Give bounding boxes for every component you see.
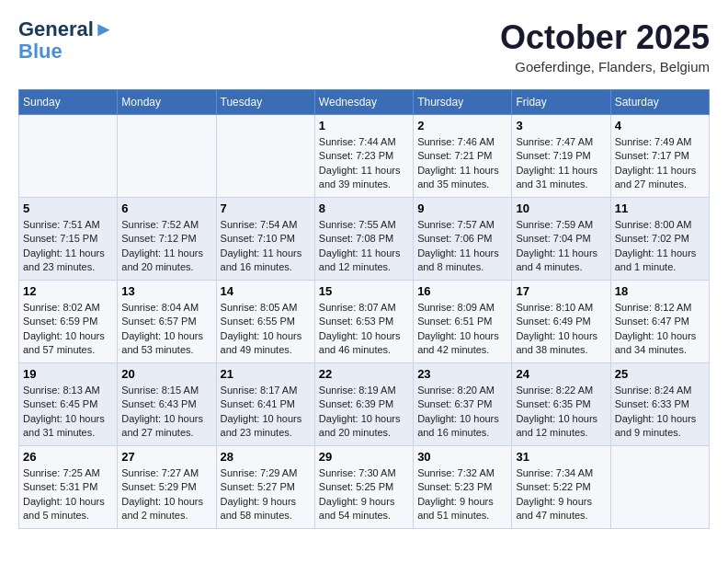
day-content: Sunrise: 8:13 AMSunset: 6:45 PMDaylight:…	[23, 384, 113, 441]
day-number: 5	[23, 201, 113, 215]
calendar-cell: 23Sunrise: 8:20 AMSunset: 6:37 PMDayligh…	[414, 363, 512, 446]
header-wednesday: Wednesday	[314, 90, 413, 115]
calendar-cell: 29Sunrise: 7:30 AMSunset: 5:25 PMDayligh…	[314, 446, 413, 529]
header-thursday: Thursday	[414, 90, 512, 115]
calendar-cell: 31Sunrise: 7:34 AMSunset: 5:22 PMDayligh…	[512, 446, 610, 529]
day-number: 25	[615, 367, 705, 381]
calendar-week-4: 19Sunrise: 8:13 AMSunset: 6:45 PMDayligh…	[19, 363, 710, 446]
day-number: 7	[221, 201, 311, 215]
day-content: Sunrise: 8:05 AMSunset: 6:55 PMDaylight:…	[221, 301, 311, 358]
day-content: Sunrise: 7:44 AMSunset: 7:23 PMDaylight:…	[319, 135, 409, 192]
calendar-cell: 11Sunrise: 8:00 AMSunset: 7:02 PMDayligh…	[610, 198, 709, 281]
logo-text: General►	[18, 18, 114, 40]
day-content: Sunrise: 8:19 AMSunset: 6:39 PMDaylight:…	[319, 384, 409, 441]
calendar-week-5: 26Sunrise: 7:25 AMSunset: 5:31 PMDayligh…	[19, 446, 710, 529]
day-number: 23	[417, 367, 507, 381]
calendar-cell: 24Sunrise: 8:22 AMSunset: 6:35 PMDayligh…	[512, 363, 610, 446]
calendar-cell: 2Sunrise: 7:46 AMSunset: 7:21 PMDaylight…	[414, 115, 512, 198]
calendar-cell: 17Sunrise: 8:10 AMSunset: 6:49 PMDayligh…	[512, 281, 610, 363]
calendar-cell: 13Sunrise: 8:04 AMSunset: 6:57 PMDayligh…	[118, 281, 216, 363]
day-number: 2	[417, 119, 507, 132]
day-content: Sunrise: 7:55 AMSunset: 7:08 PMDaylight:…	[319, 218, 409, 275]
day-content: Sunrise: 8:15 AMSunset: 6:43 PMDaylight:…	[121, 384, 211, 441]
day-number: 30	[417, 450, 507, 464]
day-number: 9	[417, 201, 507, 215]
day-content: Sunrise: 7:49 AMSunset: 7:17 PMDaylight:…	[615, 135, 705, 192]
day-content: Sunrise: 8:20 AMSunset: 6:37 PMDaylight:…	[417, 384, 507, 441]
calendar-cell: 1Sunrise: 7:44 AMSunset: 7:23 PMDaylight…	[314, 115, 413, 198]
day-content: Sunrise: 8:02 AMSunset: 6:59 PMDaylight:…	[23, 301, 113, 358]
calendar-cell: 22Sunrise: 8:19 AMSunset: 6:39 PMDayligh…	[314, 363, 413, 446]
calendar-cell	[118, 115, 216, 198]
calendar-cell: 8Sunrise: 7:55 AMSunset: 7:08 PMDaylight…	[314, 198, 413, 281]
header-saturday: Saturday	[610, 90, 709, 115]
day-number: 18	[615, 284, 705, 298]
calendar-cell: 28Sunrise: 7:29 AMSunset: 5:27 PMDayligh…	[216, 446, 314, 529]
day-number: 26	[23, 450, 113, 464]
day-number: 13	[121, 284, 211, 298]
calendar-cell: 27Sunrise: 7:27 AMSunset: 5:29 PMDayligh…	[118, 446, 216, 529]
day-content: Sunrise: 8:10 AMSunset: 6:49 PMDaylight:…	[516, 301, 606, 358]
day-content: Sunrise: 8:12 AMSunset: 6:47 PMDaylight:…	[615, 301, 705, 358]
day-number: 16	[417, 284, 507, 298]
day-number: 31	[516, 450, 606, 464]
calendar-cell: 18Sunrise: 8:12 AMSunset: 6:47 PMDayligh…	[610, 281, 709, 363]
calendar-cell: 10Sunrise: 7:59 AMSunset: 7:04 PMDayligh…	[512, 198, 610, 281]
day-content: Sunrise: 7:25 AMSunset: 5:31 PMDaylight:…	[23, 466, 113, 523]
calendar-cell: 15Sunrise: 8:07 AMSunset: 6:53 PMDayligh…	[314, 281, 413, 363]
page-header: General► Blue October 2025 Goeferdinge, …	[18, 18, 710, 75]
day-content: Sunrise: 7:34 AMSunset: 5:22 PMDaylight:…	[516, 466, 606, 523]
day-content: Sunrise: 7:57 AMSunset: 7:06 PMDaylight:…	[417, 218, 507, 275]
calendar-cell: 9Sunrise: 7:57 AMSunset: 7:06 PMDaylight…	[414, 198, 512, 281]
day-number: 19	[23, 367, 113, 381]
logo: General► Blue	[18, 18, 114, 63]
calendar-cell: 26Sunrise: 7:25 AMSunset: 5:31 PMDayligh…	[19, 446, 118, 529]
day-number: 8	[319, 201, 409, 215]
day-content: Sunrise: 7:30 AMSunset: 5:25 PMDaylight:…	[319, 466, 409, 523]
calendar-cell	[216, 115, 314, 198]
calendar-cell: 5Sunrise: 7:51 AMSunset: 7:15 PMDaylight…	[19, 198, 118, 281]
calendar-cell: 4Sunrise: 7:49 AMSunset: 7:17 PMDaylight…	[610, 115, 709, 198]
day-content: Sunrise: 8:22 AMSunset: 6:35 PMDaylight:…	[516, 384, 606, 441]
day-content: Sunrise: 8:17 AMSunset: 6:41 PMDaylight:…	[221, 384, 311, 441]
day-content: Sunrise: 7:59 AMSunset: 7:04 PMDaylight:…	[516, 218, 606, 275]
calendar-cell: 21Sunrise: 8:17 AMSunset: 6:41 PMDayligh…	[216, 363, 314, 446]
calendar-cell	[610, 446, 709, 529]
calendar-week-1: 1Sunrise: 7:44 AMSunset: 7:23 PMDaylight…	[19, 115, 710, 198]
day-content: Sunrise: 8:24 AMSunset: 6:33 PMDaylight:…	[615, 384, 705, 441]
day-number: 17	[516, 284, 606, 298]
header-friday: Friday	[512, 90, 610, 115]
day-number: 1	[319, 119, 409, 132]
day-content: Sunrise: 7:52 AMSunset: 7:12 PMDaylight:…	[121, 218, 211, 275]
calendar-cell: 30Sunrise: 7:32 AMSunset: 5:23 PMDayligh…	[414, 446, 512, 529]
calendar-cell: 6Sunrise: 7:52 AMSunset: 7:12 PMDaylight…	[118, 198, 216, 281]
title-section: October 2025 Goeferdinge, Flanders, Belg…	[500, 18, 710, 75]
day-content: Sunrise: 7:46 AMSunset: 7:21 PMDaylight:…	[417, 135, 507, 192]
calendar-cell: 7Sunrise: 7:54 AMSunset: 7:10 PMDaylight…	[216, 198, 314, 281]
day-number: 27	[121, 450, 211, 464]
day-content: Sunrise: 7:47 AMSunset: 7:19 PMDaylight:…	[516, 135, 606, 192]
day-content: Sunrise: 8:07 AMSunset: 6:53 PMDaylight:…	[319, 301, 409, 358]
calendar-week-2: 5Sunrise: 7:51 AMSunset: 7:15 PMDaylight…	[19, 198, 710, 281]
day-content: Sunrise: 8:00 AMSunset: 7:02 PMDaylight:…	[615, 218, 705, 275]
day-number: 28	[221, 450, 311, 464]
day-number: 15	[319, 284, 409, 298]
calendar-cell: 20Sunrise: 8:15 AMSunset: 6:43 PMDayligh…	[118, 363, 216, 446]
day-number: 24	[516, 367, 606, 381]
day-number: 11	[615, 201, 705, 215]
day-content: Sunrise: 8:09 AMSunset: 6:51 PMDaylight:…	[417, 301, 507, 358]
day-number: 29	[319, 450, 409, 464]
logo-blue: Blue	[18, 40, 114, 63]
header-tuesday: Tuesday	[216, 90, 314, 115]
day-number: 20	[121, 367, 211, 381]
day-number: 10	[516, 201, 606, 215]
day-content: Sunrise: 8:04 AMSunset: 6:57 PMDaylight:…	[121, 301, 211, 358]
day-number: 6	[121, 201, 211, 215]
calendar-cell: 16Sunrise: 8:09 AMSunset: 6:51 PMDayligh…	[414, 281, 512, 363]
day-content: Sunrise: 7:51 AMSunset: 7:15 PMDaylight:…	[23, 218, 113, 275]
calendar-table: SundayMondayTuesdayWednesdayThursdayFrid…	[18, 89, 710, 529]
location: Goeferdinge, Flanders, Belgium	[500, 59, 710, 75]
calendar-header-row: SundayMondayTuesdayWednesdayThursdayFrid…	[19, 90, 710, 115]
day-content: Sunrise: 7:32 AMSunset: 5:23 PMDaylight:…	[417, 466, 507, 523]
day-number: 12	[23, 284, 113, 298]
